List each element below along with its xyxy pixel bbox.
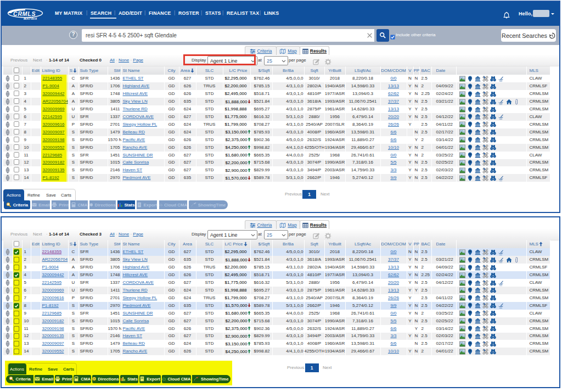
svg-text:CRMLS: CRMLS: [13, 10, 36, 17]
svg-text:MATRIX: MATRIX: [24, 17, 37, 20]
